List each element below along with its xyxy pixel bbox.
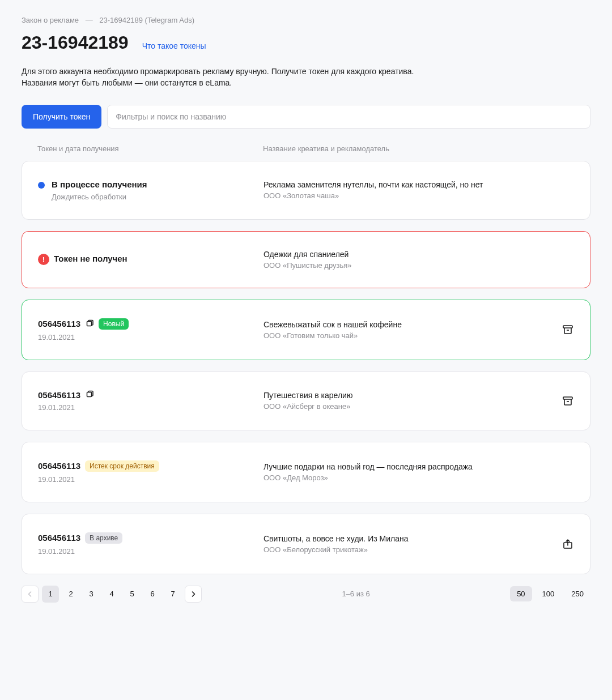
token-row-expired[interactable]: 056456113 Истек срок действия 19.01.2021…: [22, 442, 590, 502]
creative-title: Одежки для спаниелей: [264, 250, 542, 259]
token-date: 19.01.2021: [38, 475, 159, 484]
page-prev-button[interactable]: [22, 586, 39, 603]
breadcrumb-current: 23-16942189 (Telegram Ads): [99, 16, 194, 24]
search-input[interactable]: [107, 105, 590, 129]
token-code: 056456113: [38, 461, 80, 471]
breadcrumb: Закон о рекламе — 23-16942189 (Telegram …: [22, 16, 590, 24]
copy-icon[interactable]: [85, 319, 94, 328]
token-row-new[interactable]: 056456113 Новый 19.01.2021 Свежевыжатый …: [22, 300, 590, 360]
page-size-100[interactable]: 100: [536, 586, 562, 601]
token-date: 19.01.2021: [38, 547, 122, 556]
svg-rect-0: [87, 321, 92, 326]
page-4[interactable]: 4: [103, 586, 120, 603]
pagination: 1 2 3 4 5 6 7 1–6 из 6 50 100 250: [22, 586, 590, 603]
pagination-info: 1–6 из 6: [207, 590, 504, 598]
table-header: Токен и дата получения Название креатива…: [22, 144, 590, 153]
creative-advertiser: ООО «Готовим только чай»: [264, 331, 542, 340]
token-status-title: Токен не получен: [54, 254, 128, 263]
token-code: 056456113: [38, 390, 80, 400]
creative-advertiser: ООО «Айсберг в океане»: [264, 402, 542, 411]
token-row-archived[interactable]: 056456113 В архиве 19.01.2021 Свитшоты, …: [22, 514, 590, 574]
token-row[interactable]: 056456113 19.01.2021 Путешествия в карел…: [22, 372, 590, 430]
tokens-info-link[interactable]: Что такое токены: [142, 41, 206, 50]
creative-advertiser: ООО «Дед Мороз»: [264, 473, 542, 482]
page-2[interactable]: 2: [62, 586, 79, 603]
token-status-sub: Дождитесь обработки: [52, 193, 147, 201]
token-date: 19.01.2021: [38, 333, 129, 342]
badge-new: Новый: [99, 318, 129, 330]
token-code: 056456113: [38, 533, 80, 543]
creative-title: Свежевыжатый сок в нашей кофейне: [264, 320, 542, 329]
badge-archived: В архиве: [85, 532, 122, 544]
status-pending-icon: [38, 182, 45, 189]
alert-icon: !: [38, 254, 49, 265]
page-title: 23-16942189: [22, 32, 129, 53]
badge-expired: Истек срок действия: [85, 460, 159, 472]
breadcrumb-root[interactable]: Закон о рекламе: [22, 16, 79, 24]
page-1[interactable]: 1: [42, 586, 59, 603]
page-3[interactable]: 3: [83, 586, 100, 603]
creative-title: Свитшоты, а вовсе не худи. Из Милана: [264, 534, 542, 543]
page-6[interactable]: 6: [144, 586, 161, 603]
breadcrumb-separator: —: [86, 16, 93, 24]
token-code: 056456113: [38, 319, 80, 328]
token-row-error[interactable]: ! Токен не получен Одежки для спаниелей …: [22, 231, 590, 288]
token-status-title: В процессе получения: [52, 180, 147, 189]
creative-title: Путешествия в карелию: [264, 391, 542, 400]
archive-icon[interactable]: [562, 395, 574, 407]
copy-icon[interactable]: [85, 390, 94, 399]
page-size-50[interactable]: 50: [510, 586, 532, 601]
page-7[interactable]: 7: [164, 586, 181, 603]
creative-advertiser: ООО «Золотая чаша»: [264, 191, 542, 200]
page-description: Для этого аккаунта необходимо промаркиро…: [22, 66, 590, 89]
th-token: Токен и дата получения: [37, 144, 263, 153]
page-next-button[interactable]: [185, 586, 202, 603]
page-size-250[interactable]: 250: [564, 586, 590, 601]
title-row: 23-16942189 Что такое токены: [22, 32, 590, 53]
svg-rect-3: [87, 392, 92, 397]
page-5[interactable]: 5: [124, 586, 141, 603]
token-row-pending[interactable]: В процессе получения Дождитесь обработки…: [22, 161, 590, 220]
creative-advertiser: ООО «Пушистые друзья»: [264, 261, 542, 270]
creative-title: Реклама заменителя нутеллы, почти как на…: [264, 180, 542, 189]
unarchive-icon[interactable]: [562, 537, 574, 550]
th-creative: Название креатива и рекламодатель: [263, 144, 575, 153]
svg-rect-4: [563, 397, 572, 399]
svg-rect-1: [563, 326, 572, 328]
creative-title: Лучшие подарки на новый год — последняя …: [264, 462, 542, 471]
archive-icon[interactable]: [562, 323, 574, 336]
controls-row: Получить токен: [22, 105, 590, 129]
creative-advertiser: ООО «Белорусский трикотаж»: [264, 545, 542, 554]
token-date: 19.01.2021: [38, 403, 94, 412]
get-token-button[interactable]: Получить токен: [22, 105, 101, 129]
